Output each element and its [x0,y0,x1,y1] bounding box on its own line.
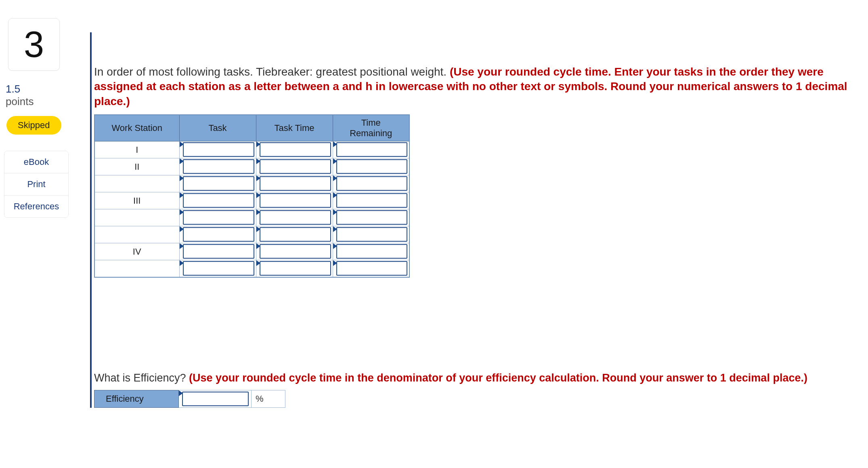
task-time-input[interactable] [260,261,331,276]
table-row: IV [94,243,409,260]
header-task: Task [179,115,256,141]
points-label: points [6,95,83,108]
input-marker-icon [180,260,184,266]
task-input[interactable] [183,142,254,157]
time-remaining-cell [333,158,409,175]
task-time-input[interactable] [260,193,331,208]
table-row: II [94,158,409,175]
input-marker-icon [333,175,337,181]
input-marker-icon [333,192,337,198]
input-marker-icon [256,226,260,232]
table-row: III [94,192,409,209]
workstation-table: Work Station Task Task Time Time Remaini… [94,114,410,278]
task-cell [179,175,256,192]
input-marker-icon [180,175,184,181]
ws-cell [94,260,179,277]
task-time-cell [256,226,333,243]
ws-cell: I [94,141,179,158]
efficiency-unit: % [252,390,285,408]
efficiency-label: Efficiency [94,390,179,408]
time-remaining-cell [333,260,409,277]
input-marker-icon [180,141,184,147]
input-marker-icon [180,226,184,232]
spacer [94,278,848,367]
time-remaining-cell [333,141,409,158]
time-remaining-input[interactable] [336,176,408,191]
table-row [94,260,409,277]
time-remaining-cell [333,192,409,209]
input-marker-icon [256,192,260,198]
ws-cell [94,209,179,226]
time-remaining-input[interactable] [336,210,408,225]
input-marker-icon [180,158,184,164]
time-remaining-cell [333,243,409,260]
task-time-cell [256,158,333,175]
input-marker-icon [256,209,260,215]
task-cell [179,226,256,243]
header-workstation: Work Station [94,115,179,141]
efficiency-row: Efficiency % [94,390,848,408]
vertical-rule [90,32,92,408]
input-marker-icon [180,243,184,249]
ws-cell: II [94,158,179,175]
task-input[interactable] [183,159,254,174]
input-marker-icon [256,260,260,266]
table-body: I II [94,141,409,277]
task-time-input[interactable] [260,142,331,157]
sidebar-link-ebook[interactable]: eBook [4,151,68,173]
ws-cell: IV [94,243,179,260]
ws-cell [94,175,179,192]
efficiency-prompt: What is Efficiency? (Use your rounded cy… [94,371,848,385]
question-number: 3 [24,26,44,63]
task-time-input[interactable] [260,176,331,191]
ws-cell [94,226,179,243]
time-remaining-cell [333,209,409,226]
input-marker-icon [256,175,260,181]
task-cell [179,158,256,175]
time-remaining-input[interactable] [336,261,408,276]
task-time-input[interactable] [260,244,331,259]
sidebar-links: eBook Print References [4,151,69,218]
sidebar-link-print[interactable]: Print [4,173,68,196]
time-remaining-cell [333,175,409,192]
task-time-input[interactable] [260,159,331,174]
efficiency-input[interactable] [182,392,249,406]
task-time-input[interactable] [260,227,331,242]
header-time-remaining: Time Remaining [333,115,409,141]
input-marker-icon [333,141,337,147]
task-input[interactable] [183,193,254,208]
table-row [94,175,409,192]
input-marker-icon [180,192,184,198]
task-time-cell [256,192,333,209]
points-value: 1.5 [6,83,83,95]
table-header-row: Work Station Task Task Time Time Remaini… [94,115,409,141]
sidebar-link-references[interactable]: References [4,196,68,217]
task-input[interactable] [183,244,254,259]
task-cell [179,209,256,226]
time-remaining-input[interactable] [336,142,408,157]
task-cell [179,243,256,260]
time-remaining-input[interactable] [336,244,408,259]
task-time-input[interactable] [260,210,331,225]
task-time-cell [256,243,333,260]
table-row: I [94,141,409,158]
workstation-table-wrap: Work Station Task Task Time Time Remaini… [94,114,848,278]
time-remaining-input[interactable] [336,159,408,174]
efficiency-prompt-instructions: (Use your rounded cycle time in the deno… [189,372,807,384]
question-sidebar: 3 1.5 points Skipped eBook Print Referen… [4,16,83,408]
task-input[interactable] [183,210,254,225]
task-input[interactable] [183,261,254,276]
time-remaining-input[interactable] [336,227,408,242]
time-remaining-input[interactable] [336,193,408,208]
efficiency-input-cell [179,390,252,408]
question-number-box: 3 [8,18,60,71]
task-time-cell [256,141,333,158]
task-time-cell [256,175,333,192]
task-input[interactable] [183,176,254,191]
input-marker-icon [256,243,260,249]
question-content: In order of most following tasks. Tiebre… [94,16,864,408]
question-prompt: In order of most following tasks. Tiebre… [94,65,848,109]
task-input[interactable] [183,227,254,242]
input-marker-icon [180,209,184,215]
status-badge: Skipped [6,116,61,135]
